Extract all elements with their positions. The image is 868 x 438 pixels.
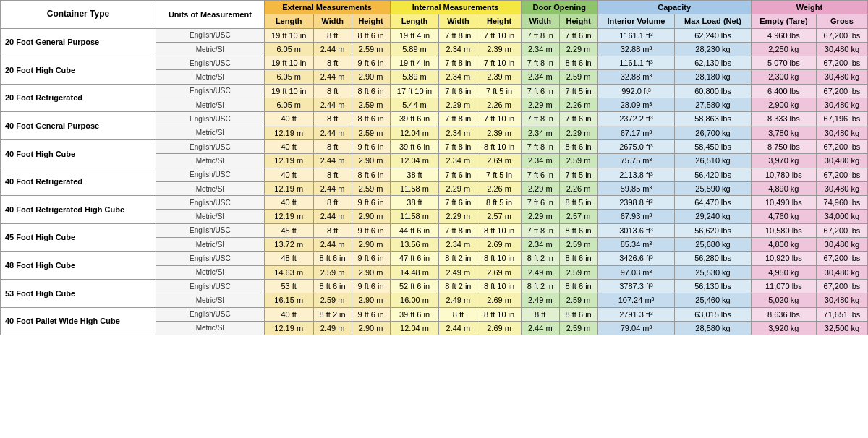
sub-door-width: Width	[521, 14, 559, 28]
data-cell: 2.29 m	[521, 210, 559, 223]
data-cell: 2.59 m	[559, 293, 597, 307]
data-cell: 13.72 m	[264, 238, 313, 252]
sub-int-height: Height	[477, 14, 521, 28]
data-cell: 107.24 m³	[597, 293, 675, 307]
data-cell: 4,950 kg	[751, 265, 816, 279]
container-type-label: 20 Foot General Purpose	[1, 28, 156, 56]
units-cell: English/USC	[156, 223, 264, 237]
data-cell: 2.39 m	[477, 126, 521, 139]
data-cell: 39 ft 6 in	[390, 307, 439, 321]
header-row-top: Container Type Units of Measurement Exte…	[1, 1, 868, 14]
data-cell: 30,480 kg	[816, 265, 867, 279]
data-cell: 2.34 m	[439, 238, 477, 252]
data-cell: 28.09 m³	[597, 98, 675, 112]
units-cell: Metric/SI	[156, 154, 264, 168]
data-cell: 2.29 m	[439, 181, 477, 195]
data-cell: 30,480 kg	[816, 181, 867, 195]
data-cell: 28,180 kg	[675, 70, 751, 84]
data-cell: 2.59 m	[559, 265, 597, 279]
data-cell: 8 ft 6 in	[352, 28, 390, 42]
sub-ext-height: Height	[352, 14, 390, 28]
data-cell: 2.59 m	[352, 126, 390, 139]
data-cell: 19 ft 10 in	[264, 56, 313, 70]
data-cell: 7 ft 8 in	[521, 139, 559, 153]
data-cell: 64,470 lbs	[675, 196, 751, 210]
units-cell: English/USC	[156, 28, 264, 42]
data-cell: 2.44 m	[313, 181, 352, 195]
data-cell: 7 ft 5 in	[559, 84, 597, 98]
data-cell: 7 ft 6 in	[559, 112, 597, 126]
data-cell: 3,970 kg	[751, 154, 816, 168]
table-row: 20 Foot RefrigeratedEnglish/USC19 ft 10 …	[1, 84, 868, 98]
data-cell: 2.26 m	[477, 98, 521, 112]
data-cell: 2.44 m	[313, 42, 352, 56]
data-cell: 6.05 m	[264, 70, 313, 84]
data-cell: 8 ft 10 in	[477, 252, 521, 265]
data-cell: 8 ft	[313, 196, 352, 210]
data-cell: 2.26 m	[559, 98, 597, 112]
data-cell: 11.58 m	[390, 210, 439, 223]
data-cell: 56,130 lbs	[675, 279, 751, 293]
data-cell: 2372.2 ft³	[597, 112, 675, 126]
data-cell: 3426.6 ft³	[597, 252, 675, 265]
data-cell: 28,580 kg	[675, 321, 751, 335]
data-cell: 8 ft 10 in	[477, 139, 521, 153]
data-cell: 8 ft 2 in	[313, 307, 352, 321]
data-cell: 2.59 m	[559, 321, 597, 335]
data-cell: 2.69 m	[477, 265, 521, 279]
data-cell: 10,920 lbs	[751, 252, 816, 265]
data-cell: 8 ft 6 in	[559, 307, 597, 321]
data-cell: 39 ft 6 in	[390, 112, 439, 126]
data-cell: 1161.1 ft³	[597, 56, 675, 70]
sub-cap-vol: Interior Volume	[597, 14, 675, 28]
data-cell: 12.04 m	[390, 154, 439, 168]
data-cell: 12.19 m	[264, 181, 313, 195]
data-cell: 2.69 m	[477, 321, 521, 335]
data-cell: 30,480 kg	[816, 42, 867, 56]
data-cell: 32.88 m³	[597, 42, 675, 56]
data-cell: 2.49 m	[439, 293, 477, 307]
data-cell: 12.19 m	[264, 321, 313, 335]
data-cell: 58,863 lbs	[675, 112, 751, 126]
sub-door-height: Height	[559, 14, 597, 28]
data-cell: 2.34 m	[521, 126, 559, 139]
data-cell: 5,020 kg	[751, 293, 816, 307]
data-cell: 2.44 m	[313, 70, 352, 84]
data-cell: 7 ft 8 in	[439, 223, 477, 237]
data-cell: 3013.6 ft³	[597, 223, 675, 237]
header-external: External Measurements	[264, 1, 390, 14]
data-cell: 2,300 kg	[751, 70, 816, 84]
data-cell: 97.03 m³	[597, 265, 675, 279]
data-cell: 9 ft 6 in	[352, 139, 390, 153]
data-cell: 11,070 lbs	[751, 279, 816, 293]
data-cell: 2.26 m	[477, 181, 521, 195]
data-cell: 2.90 m	[352, 293, 390, 307]
data-cell: 8 ft 6 in	[352, 84, 390, 98]
units-cell: Metric/SI	[156, 98, 264, 112]
data-cell: 67,196 lbs	[816, 112, 867, 126]
data-cell: 12.04 m	[390, 321, 439, 335]
data-cell: 2.34 m	[439, 70, 477, 84]
data-cell: 8 ft	[313, 168, 352, 181]
data-cell: 44 ft 6 in	[390, 223, 439, 237]
table-row: 40 Foot Refrigerated High CubeEnglish/US…	[1, 196, 868, 210]
table-row: 20 Foot High CubeEnglish/USC19 ft 10 in8…	[1, 56, 868, 70]
data-cell: 2.34 m	[439, 42, 477, 56]
data-cell: 8 ft 10 in	[477, 279, 521, 293]
data-cell: 40 ft	[264, 168, 313, 181]
data-cell: 8 ft 2 in	[439, 279, 477, 293]
data-cell: 9 ft 6 in	[352, 307, 390, 321]
data-cell: 52 ft 6 in	[390, 279, 439, 293]
units-cell: Metric/SI	[156, 293, 264, 307]
container-type-label: 53 Foot High Cube	[1, 279, 156, 307]
data-cell: 63,015 lbs	[675, 307, 751, 321]
sub-wt-gross: Gross	[816, 14, 867, 28]
data-cell: 32.88 m³	[597, 70, 675, 84]
table-row: 20 Foot General PurposeEnglish/USC19 ft …	[1, 28, 868, 42]
data-cell: 7 ft 8 in	[521, 223, 559, 237]
data-cell: 2113.8 ft³	[597, 168, 675, 181]
data-cell: 12.19 m	[264, 154, 313, 168]
data-cell: 10,580 lbs	[751, 223, 816, 237]
data-cell: 67,200 lbs	[816, 279, 867, 293]
sub-wt-empty: Empty (Tare)	[751, 14, 816, 28]
